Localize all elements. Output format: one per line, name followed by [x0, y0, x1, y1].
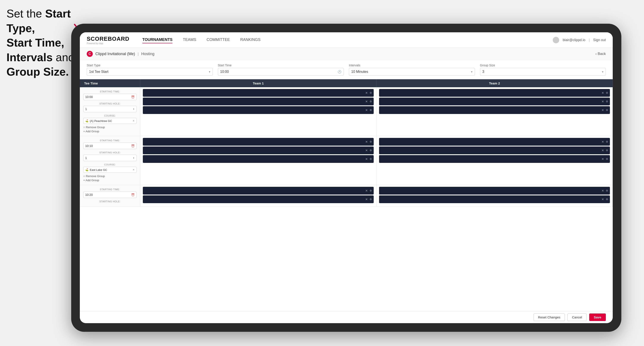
settings-icon-12[interactable]: ⚙	[606, 158, 608, 161]
nav-committee[interactable]: COMMITTEE	[206, 37, 230, 43]
logo-sub: Powered by clipp	[87, 42, 130, 45]
starting-time-input-1[interactable]: 10:00 ⏰	[83, 94, 136, 100]
start-time-label: Start Time	[218, 64, 344, 67]
settings-icon-14[interactable]: ⚙	[370, 198, 372, 201]
player-slot-6-1: ✕ ⚙	[379, 187, 610, 194]
th-team1: Team 1	[140, 79, 376, 87]
nav-links: TOURNAMENTS TEAMS COMMITTEE RANKINGS	[142, 37, 553, 43]
team1-col-1: ✕ ⚙ ✕ ⚙ ✕ ⚙	[140, 87, 376, 136]
course-icon-1: ⛳	[85, 119, 88, 122]
player-slot-5-2: ✕ ⚙	[143, 195, 374, 203]
settings-icon-2[interactable]: ⚙	[370, 100, 372, 103]
chevron-updown-icon-2: ⬍	[133, 157, 135, 160]
settings-icon-7[interactable]: ⚙	[370, 140, 372, 143]
settings-icon-10[interactable]: ⚙	[606, 140, 608, 143]
close-icon-12[interactable]: ✕	[602, 157, 604, 161]
bold-intervals: Intervals	[6, 51, 53, 64]
close-icon-15[interactable]: ✕	[602, 189, 604, 192]
starting-time-label-2: STARTING TIME:	[83, 139, 136, 142]
group-row: STARTING TIME: 10:00 ⏰ STARTING HOLE: 1 …	[80, 87, 613, 136]
close-icon-14[interactable]: ✕	[365, 197, 368, 201]
close-icon-8[interactable]: ✕	[365, 149, 368, 152]
clock-icon: 🕐	[338, 70, 341, 73]
breadcrumb-logo: C	[87, 51, 93, 57]
starting-hole-input-2[interactable]: 1 ⬍	[83, 155, 136, 161]
close-icon-5[interactable]: ✕	[602, 100, 604, 103]
start-time-input[interactable]: 10:00 🕐	[218, 68, 344, 76]
settings-icon-13[interactable]: ⚙	[370, 189, 372, 192]
settings-icon-16[interactable]: ⚙	[606, 198, 608, 201]
save-button[interactable]: Save	[589, 314, 606, 321]
player-slot-2-1: ✕ ⚙	[379, 89, 610, 97]
add-group-2[interactable]: + Add Group	[83, 178, 136, 182]
starting-hole-label-3: STARTING HOLE:	[83, 200, 136, 203]
starting-hole-label-1: STARTING HOLE:	[83, 102, 136, 105]
settings-icon-6[interactable]: ⚙	[606, 109, 608, 112]
player-slot-2-2: ✕ ⚙	[379, 98, 610, 105]
cancel-button[interactable]: Cancel	[568, 314, 586, 321]
starting-time-label-1: STARTING TIME:	[83, 90, 136, 93]
close-icon-13[interactable]: ✕	[365, 189, 368, 192]
bold-group-size: Group Size.	[6, 65, 69, 78]
close-icon-9[interactable]: ✕	[365, 157, 368, 161]
tablet-frame: SCOREBOARD Powered by clipp TOURNAMENTS …	[71, 24, 621, 332]
course-tag-2[interactable]: ⛳ East Lake GC ✕	[83, 167, 136, 173]
breadcrumb-bar: C Clippd Invitational (Me) | Hosting ‹ B…	[80, 48, 613, 60]
logo-text: SCOREBOARD	[87, 35, 130, 42]
table-body: STARTING TIME: 10:00 ⏰ STARTING HOLE: 1 …	[80, 87, 613, 311]
sign-out-link[interactable]: Sign out	[593, 38, 606, 42]
starting-time-label-3: STARTING TIME:	[83, 188, 136, 191]
close-icon[interactable]: ✕	[365, 91, 368, 95]
starting-time-input-3[interactable]: 10:20 ⏰	[83, 191, 136, 198]
bold-start-time: Start Time,	[6, 36, 64, 49]
nav-avatar	[553, 37, 559, 43]
close-icon-16[interactable]: ✕	[602, 197, 604, 201]
course-name-2: East Lake GC	[90, 168, 107, 172]
reset-button[interactable]: Reset Changes	[534, 314, 565, 321]
close-icon-6[interactable]: ✕	[602, 108, 604, 112]
close-icon-4[interactable]: ✕	[602, 91, 604, 95]
intervals-input[interactable]: 10 Minutes ▾	[349, 68, 475, 76]
starting-hole-input-1[interactable]: 1 ⬍	[83, 106, 136, 112]
add-group-1[interactable]: + Add Group	[83, 130, 136, 133]
close-icon-7[interactable]: ✕	[365, 140, 368, 144]
settings-icon[interactable]: ⚙	[370, 91, 372, 94]
settings-icon-4[interactable]: ⚙	[606, 91, 608, 94]
settings-icon-15[interactable]: ⚙	[606, 189, 608, 192]
bold-start-type: Start Type,	[6, 7, 71, 34]
remove-group-1[interactable]: ○ Remove Group	[83, 126, 136, 129]
remove-group-2[interactable]: ○ Remove Group	[83, 174, 136, 178]
group-size-input[interactable]: 3 ▾	[480, 68, 606, 76]
settings-icon-5[interactable]: ⚙	[606, 100, 608, 103]
team2-col-3: ✕ ⚙ ✕ ⚙	[376, 185, 613, 207]
start-type-value: 1st Tee Start	[89, 70, 108, 74]
nav-right: blair@clippd.io | Sign out	[553, 37, 606, 43]
player-slot-6-2: ✕ ⚙	[379, 195, 610, 203]
close-icon-2[interactable]: ✕	[365, 100, 368, 103]
close-icon-10[interactable]: ✕	[602, 140, 604, 144]
course-tag-1[interactable]: ⛳ (A) Peachtree GC ✕	[83, 118, 136, 124]
start-type-input[interactable]: 1st Tee Start ▾	[87, 68, 213, 76]
settings-icon-11[interactable]: ⚙	[606, 149, 608, 152]
starting-time-input-2[interactable]: 10:10 ⏰	[83, 143, 136, 149]
chevron-down-icon-3: ▾	[602, 70, 604, 73]
team1-col-3: ✕ ⚙ ✕ ⚙	[140, 185, 376, 207]
remove-course-2[interactable]: ✕	[132, 168, 135, 171]
settings-icon-9[interactable]: ⚙	[370, 158, 372, 161]
nav-tournaments[interactable]: TOURNAMENTS	[142, 37, 172, 43]
clock-icon-3: ⏰	[131, 193, 135, 196]
close-icon-3[interactable]: ✕	[365, 108, 368, 112]
close-icon-11[interactable]: ✕	[602, 149, 604, 152]
group-size-value: 3	[482, 70, 484, 74]
remove-course-1[interactable]: ✕	[132, 119, 135, 122]
chevron-updown-icon-1: ⬍	[133, 108, 135, 111]
group-row-3: STARTING TIME: 10:20 ⏰ STARTING HOLE: ✕ …	[80, 185, 613, 207]
player-slot-4-1: ✕ ⚙	[379, 138, 610, 146]
nav-teams[interactable]: TEAMS	[183, 37, 196, 43]
player-slot-3-1: ✕ ⚙	[143, 138, 374, 146]
settings-icon-3[interactable]: ⚙	[370, 109, 372, 112]
back-button[interactable]: ‹ Back	[596, 52, 606, 56]
settings-icon-8[interactable]: ⚙	[370, 149, 372, 152]
nav-rankings[interactable]: RANKINGS	[240, 37, 260, 43]
player-slot-5-1: ✕ ⚙	[143, 187, 374, 194]
